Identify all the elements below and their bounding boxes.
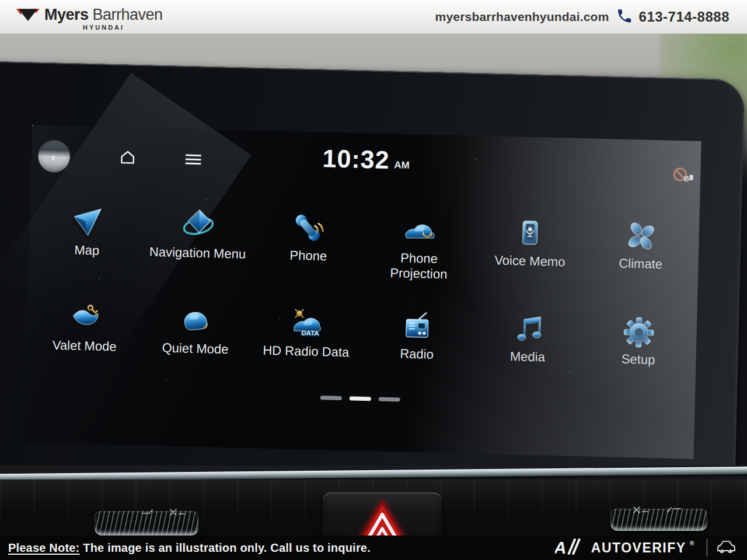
time-value: 10:32 <box>322 146 390 173</box>
app-phone-projection[interactable]: Phone Projection <box>363 208 476 283</box>
autoverify-wordmark: AUTOVERIFY <box>591 540 686 556</box>
divider <box>707 539 707 556</box>
phone-handset-icon <box>616 8 632 26</box>
app-navigation-menu[interactable]: Navigation Menu <box>142 202 254 278</box>
app-label: Radio <box>400 346 434 363</box>
app-label: Setup <box>622 352 655 368</box>
dealer-brand: HYUNDAI <box>83 24 163 31</box>
autoverify-logo-letter: A <box>555 538 567 555</box>
app-label: Voice Memo <box>494 253 566 270</box>
hd-radio-data-icon: DATA <box>288 302 326 341</box>
media-music-note-icon <box>511 307 545 346</box>
infotainment-screen-bezel: 10:32 AM B <box>0 61 745 487</box>
app-voice-memo[interactable]: Voice Memo <box>474 211 587 286</box>
navigation-menu-icon <box>180 203 217 242</box>
dealer-header-bar: Myers Barrhaven HYUNDAI myersbarrhavenhy… <box>0 0 747 34</box>
data-badge: DATA <box>301 329 319 337</box>
app-media[interactable]: Media <box>472 306 584 366</box>
phone-icon <box>292 206 327 245</box>
app-label: Quiet Mode <box>162 341 228 358</box>
bluetooth-badge-letter: B <box>684 174 690 183</box>
app-setup[interactable]: Setup <box>582 309 694 369</box>
dealer-website: myersbarrhavenhyundai.com <box>435 10 609 24</box>
page-dot[interactable] <box>320 396 342 400</box>
app-climate[interactable]: Climate <box>585 213 697 288</box>
vent-control-markings <box>629 505 693 517</box>
app-label: Phone Projection <box>382 250 456 283</box>
app-hd-radio-data[interactable]: DATA HD Radio Data <box>250 300 362 360</box>
note-text: The image is an illustration only. Call … <box>83 541 371 554</box>
app-radio[interactable]: Radio <box>361 303 473 363</box>
dealer-logo: Myers Barrhaven HYUNDAI <box>16 2 163 31</box>
app-label: HD Radio Data <box>263 343 350 360</box>
car-icon <box>715 540 736 556</box>
registered-trademark: ® <box>690 540 694 547</box>
autoverify-logo-icon: A <box>555 538 583 558</box>
app-quiet-mode[interactable]: Quiet Mode <box>139 298 252 358</box>
page-indicator <box>26 388 695 409</box>
clock: 10:32 AM <box>31 139 701 180</box>
app-phone[interactable]: Phone <box>252 205 365 280</box>
quiet-mode-icon <box>178 299 214 338</box>
dealer-name-light: Barrhaven <box>93 7 163 23</box>
dealer-phone-number: 613-714-8888 <box>639 9 729 25</box>
note-label: Please Note: <box>8 541 79 554</box>
map-icon <box>69 201 106 240</box>
bluetooth-disconnected-icon: B <box>671 166 695 188</box>
app-label: Phone <box>289 248 327 264</box>
voice-memo-icon <box>514 211 547 250</box>
myers-logo-icon <box>16 8 40 26</box>
caption-bar: Please Note: The image is an illustratio… <box>0 536 747 560</box>
dust-specks <box>32 125 33 126</box>
page-dot[interactable] <box>350 396 371 400</box>
app-map[interactable]: Map <box>31 200 144 275</box>
app-label: Map <box>74 243 99 258</box>
climate-fan-icon <box>624 214 659 253</box>
disclaimer-note: Please Note: The image is an illustratio… <box>8 541 371 555</box>
dealer-vehicle-photo: Myers Barrhaven HYUNDAI myersbarrhavenhy… <box>0 0 747 560</box>
autoverify-branding: A AUTOVERIFY ® <box>555 538 736 558</box>
app-label: Climate <box>619 256 662 272</box>
phone-projection-icon <box>401 209 439 249</box>
app-valet-mode[interactable]: Valet Mode <box>29 295 141 355</box>
time-period: AM <box>394 159 410 173</box>
vent-control-markings <box>140 508 193 519</box>
radio-icon <box>401 304 435 344</box>
app-label: Navigation Menu <box>149 244 246 262</box>
infotainment-display: 10:32 AM B <box>25 125 701 459</box>
setup-gear-icon <box>622 310 657 349</box>
page-dot[interactable] <box>379 397 400 401</box>
app-label: Valet Mode <box>53 338 117 355</box>
dealer-name-bold: Myers <box>44 7 89 23</box>
app-label: Media <box>510 349 546 365</box>
valet-mode-icon <box>67 296 103 335</box>
